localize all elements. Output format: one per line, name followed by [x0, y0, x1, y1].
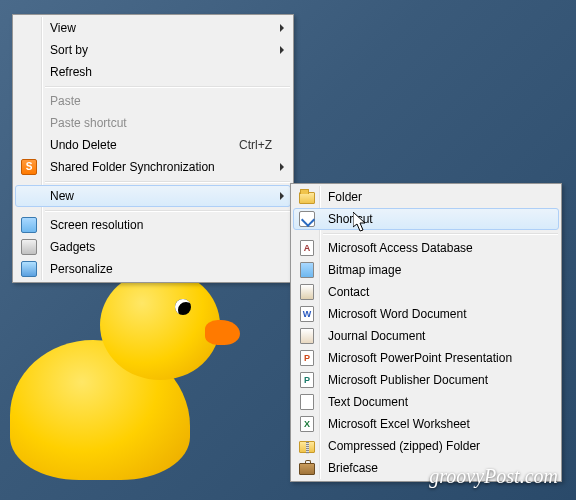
menu-label: Journal Document: [322, 329, 554, 343]
menu-label: Text Document: [322, 395, 554, 409]
menu-item-personalize[interactable]: Personalize: [15, 258, 291, 280]
menu-label: Paste: [44, 94, 286, 108]
text-icon: [300, 394, 314, 410]
rubber-duck-image: [10, 280, 230, 480]
menu-item-sort-by[interactable]: Sort by: [15, 39, 291, 61]
menu-label: Shared Folder Synchronization: [44, 160, 286, 174]
new-submenu: Folder Shortcut A Microsoft Access Datab…: [290, 183, 562, 482]
pub-icon: P: [300, 372, 314, 388]
submenu-item-publisher[interactable]: P Microsoft Publisher Document: [293, 369, 559, 391]
shortcut-icon: [299, 211, 315, 227]
submenu-item-access[interactable]: A Microsoft Access Database: [293, 237, 559, 259]
s-icon: S: [21, 159, 37, 175]
menu-label: Screen resolution: [44, 218, 286, 232]
chevron-right-icon: [280, 46, 284, 54]
menu-label: Microsoft Access Database: [322, 241, 554, 255]
menu-item-shared-folder-sync[interactable]: S Shared Folder Synchronization: [15, 156, 291, 178]
submenu-item-zip[interactable]: Compressed (zipped) Folder: [293, 435, 559, 457]
screen-icon: [21, 217, 37, 233]
word-icon: W: [300, 306, 314, 322]
briefcase-icon: [299, 463, 315, 475]
menu-item-paste: Paste: [15, 90, 291, 112]
menu-label: Contact: [322, 285, 554, 299]
excel-icon: X: [300, 416, 314, 432]
menu-label: View: [44, 21, 286, 35]
menu-label: Microsoft PowerPoint Presentation: [322, 351, 554, 365]
watermark-text: groovyPost.com: [429, 465, 558, 488]
submenu-item-powerpoint[interactable]: P Microsoft PowerPoint Presentation: [293, 347, 559, 369]
folder-icon: [299, 192, 315, 204]
bitmap-icon: [300, 262, 314, 278]
submenu-item-contact[interactable]: Contact: [293, 281, 559, 303]
menu-item-gadgets[interactable]: Gadgets: [15, 236, 291, 258]
menu-label: Paste shortcut: [44, 116, 286, 130]
submenu-item-folder[interactable]: Folder: [293, 186, 559, 208]
menu-accelerator: Ctrl+Z: [239, 138, 286, 152]
chevron-right-icon: [280, 192, 284, 200]
desktop-context-menu: View Sort by Refresh Paste Paste shortcu…: [12, 14, 294, 283]
chevron-right-icon: [280, 24, 284, 32]
submenu-item-excel[interactable]: X Microsoft Excel Worksheet: [293, 413, 559, 435]
menu-separator: [45, 181, 290, 182]
menu-item-view[interactable]: View: [15, 17, 291, 39]
menu-label: Gadgets: [44, 240, 286, 254]
menu-label: Folder: [322, 190, 554, 204]
menu-label: Microsoft Word Document: [322, 307, 554, 321]
contact-icon: [300, 284, 314, 300]
access-icon: A: [300, 240, 314, 256]
journal-icon: [300, 328, 314, 344]
menu-label: Undo Delete: [44, 138, 239, 152]
gadget-icon: [21, 239, 37, 255]
menu-separator: [323, 233, 558, 234]
zip-icon: [299, 441, 315, 453]
menu-label: Sort by: [44, 43, 286, 57]
submenu-item-bitmap[interactable]: Bitmap image: [293, 259, 559, 281]
chevron-right-icon: [280, 163, 284, 171]
menu-label: New: [44, 189, 286, 203]
submenu-item-journal[interactable]: Journal Document: [293, 325, 559, 347]
submenu-item-shortcut[interactable]: Shortcut: [293, 208, 559, 230]
menu-label: Personalize: [44, 262, 286, 276]
personalize-icon: [21, 261, 37, 277]
menu-item-paste-shortcut: Paste shortcut: [15, 112, 291, 134]
submenu-item-word[interactable]: W Microsoft Word Document: [293, 303, 559, 325]
menu-item-undo-delete[interactable]: Undo Delete Ctrl+Z: [15, 134, 291, 156]
submenu-item-text[interactable]: Text Document: [293, 391, 559, 413]
menu-separator: [45, 86, 290, 87]
menu-label: Shortcut: [322, 212, 554, 226]
menu-item-new[interactable]: New: [15, 185, 291, 207]
menu-label: Bitmap image: [322, 263, 554, 277]
ppt-icon: P: [300, 350, 314, 366]
menu-label: Microsoft Excel Worksheet: [322, 417, 554, 431]
menu-label: Refresh: [44, 65, 286, 79]
menu-label: Compressed (zipped) Folder: [322, 439, 554, 453]
menu-item-screen-resolution[interactable]: Screen resolution: [15, 214, 291, 236]
menu-label: Microsoft Publisher Document: [322, 373, 554, 387]
menu-item-refresh[interactable]: Refresh: [15, 61, 291, 83]
menu-separator: [45, 210, 290, 211]
